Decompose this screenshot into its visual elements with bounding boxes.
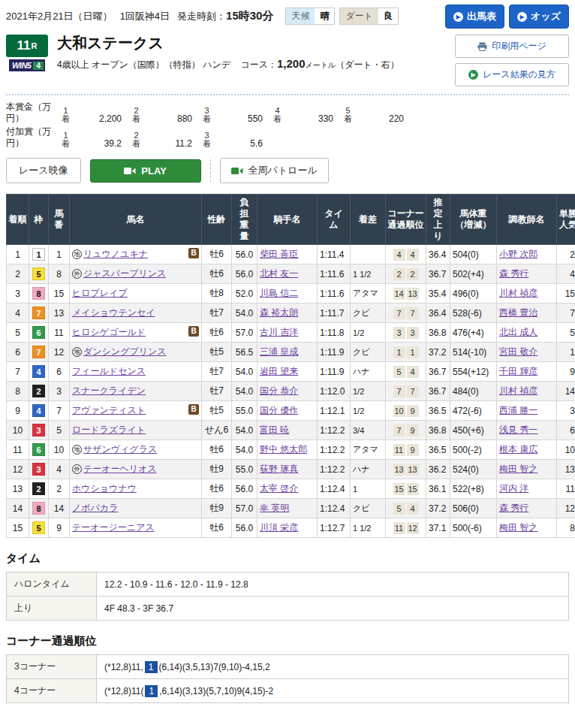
jockey-cell: 野中 悠太郎 <box>257 440 318 460</box>
finish-position: 11 <box>7 440 29 460</box>
trainer-name-link[interactable]: 河内 洋 <box>499 483 528 494</box>
sex-age: 牡7 <box>202 362 232 382</box>
horse-name-link[interactable]: ノボバカラ <box>72 503 118 513</box>
trainer-name-link[interactable]: 川村 禎彦 <box>499 288 537 298</box>
horse-weight: 496(0) <box>450 284 497 304</box>
finish-time: 1:11.9 <box>318 362 351 382</box>
result-guide-button[interactable]: ▶ レース結果の見方 <box>455 63 569 86</box>
last-3f-time: 36.7 <box>426 264 450 284</box>
jockey-name-link[interactable]: 野中 悠太郎 <box>260 444 307 455</box>
jockey-name-link[interactable]: 岩田 望来 <box>260 366 298 376</box>
finish-time: 1:11.6 <box>318 284 351 304</box>
jockey-cell: 荻野 琢真 <box>257 460 318 479</box>
origin-mark-icon: 地 <box>72 445 82 455</box>
finish-position: 5 <box>7 323 29 343</box>
weather-badge: 天候 晴 <box>285 8 335 25</box>
horse-name-link[interactable]: テーオーヘリオス <box>83 464 157 474</box>
prize-amount: 550 <box>211 113 273 124</box>
horse-name-link[interactable]: ヒロブレイブ <box>72 288 128 298</box>
finish-time: 1:12.2 <box>318 440 351 460</box>
trainer-name-link[interactable]: 梅田 智之 <box>499 522 537 533</box>
jockey-cell: 三浦 皇成 <box>257 343 318 362</box>
trainer-cell: 浅見 秀一 <box>497 421 557 440</box>
win-popularity: 3 <box>557 401 575 421</box>
prize-item: 3着550 <box>203 107 273 124</box>
jockey-name-link[interactable]: 幸 英明 <box>260 503 289 513</box>
horse-name-link[interactable]: フィールドセンス <box>72 366 146 376</box>
horse-name-link[interactable]: サザンヴィグラス <box>83 444 157 455</box>
trainer-name-link[interactable]: 小野 次郎 <box>499 249 537 259</box>
trainer-name-link[interactable]: 浅見 秀一 <box>499 424 537 435</box>
jockey-name-link[interactable]: 川島 信二 <box>260 288 298 298</box>
horse-weight: 522(+8) <box>450 479 497 499</box>
track-condition-badge: ダート 良 <box>339 8 399 25</box>
origin-mark-icon: 外 <box>72 269 82 279</box>
payout-heading-wrap: 払戻金 <box>6 717 569 728</box>
jockey-name-link[interactable]: 富田 暁 <box>260 424 289 435</box>
entries-button[interactable]: ▶ 出馬表 <box>445 5 504 29</box>
jockey-name-link[interactable]: 三浦 皇成 <box>260 346 298 357</box>
horse-name-link[interactable]: ダンシングプリンス <box>83 346 167 357</box>
jockey-name-link[interactable]: 北村 友一 <box>260 268 298 279</box>
print-page-button[interactable]: 印刷用ページ <box>455 35 569 58</box>
horse-name-link[interactable]: ジャスパープリンス <box>83 268 166 279</box>
corner-position: 4 <box>393 249 405 261</box>
horse-weight: 500(-2) <box>450 440 497 460</box>
play-button[interactable]: PLAY <box>90 159 201 183</box>
result-row: 1234外テーオーヘリオス牡955.0荻野 琢真1:12.2ハナ131336.2… <box>7 460 575 479</box>
course-distance: 1,200 <box>277 57 306 70</box>
trainer-name-link[interactable]: 森 秀行 <box>499 503 528 513</box>
win-popularity: 7 <box>557 304 575 323</box>
results-header-cell: 着順 <box>7 195 29 245</box>
horse-name-link[interactable]: ヒロシゲゴールド <box>72 327 146 337</box>
trainer-name-link[interactable]: 川村 禎彦 <box>499 385 537 396</box>
horse-name-link[interactable]: ホウショウナウ <box>72 483 137 494</box>
prize-row: 本賞金（万円）1着2,2002着8803着5504着3305着220 <box>6 101 569 124</box>
jockey-name-link[interactable]: 国分 恭介 <box>260 385 298 396</box>
results-header-cell: 馬体重 （増減） <box>450 195 497 245</box>
odds-button[interactable]: ▶ オッズ <box>509 5 569 29</box>
horse-weight: 476(+4) <box>450 323 497 343</box>
prize-item: 2着11.2 <box>132 131 203 149</box>
prize-rank-suffix: 着 <box>273 115 281 124</box>
trainer-name-link[interactable]: 北出 成人 <box>499 327 537 337</box>
race-number-block: 11R WIN5 4 <box>6 35 48 86</box>
horse-name-link[interactable]: ロードラズライト <box>72 424 146 435</box>
trainer-name-link[interactable]: 森 秀行 <box>499 268 528 279</box>
jockey-name-link[interactable]: 川須 栄彦 <box>260 522 298 533</box>
time-section-title: タイム <box>6 551 569 566</box>
jockey-name-link[interactable]: 古川 吉洋 <box>260 327 298 337</box>
horse-number: 10 <box>49 440 70 460</box>
prize-row-label: 本賞金（万円） <box>6 101 62 124</box>
jockey-name-link[interactable]: 荻野 琢真 <box>260 464 298 474</box>
trainer-cell: 千田 輝彦 <box>497 362 557 382</box>
horse-name-link[interactable]: リュウノユキナ <box>83 249 148 259</box>
trainer-name-link[interactable]: 西浦 勝一 <box>499 405 537 415</box>
jockey-cell: 北村 友一 <box>257 264 318 284</box>
horse-number: 6 <box>49 362 70 382</box>
trainer-name-link[interactable]: 梅田 智之 <box>499 464 537 474</box>
win-popularity: 11 <box>557 479 575 499</box>
results-header-cell: 負 担 重 量 <box>232 195 257 245</box>
jockey-name-link[interactable]: 柴田 善臣 <box>260 249 298 259</box>
trainer-name-link[interactable]: 千田 輝彦 <box>499 366 537 376</box>
jockey-name-link[interactable]: 国分 優作 <box>260 405 298 415</box>
win-popularity: 1 <box>557 343 575 362</box>
horse-name-link[interactable]: アヴァンティスト <box>72 405 146 415</box>
corner-position: 13 <box>407 464 419 476</box>
patrol-video-button[interactable]: 全周パトロール <box>220 158 329 183</box>
jockey-name-link[interactable]: 森 裕太朗 <box>260 307 298 318</box>
result-row: 5611ヒロシゲゴールドB牡657.0古川 吉洋1:11.81/23336.84… <box>7 323 575 343</box>
result-row: 3815ヒロブレイブ牡852.0川島 信二1:11.6アタマ141335.449… <box>7 284 575 304</box>
trainer-name-link[interactable]: 宮田 敬介 <box>499 346 537 357</box>
margin: 3/4 <box>351 421 386 440</box>
horse-name-link[interactable]: メイショウテンセイ <box>72 307 155 318</box>
horse-name-link[interactable]: スナークライデン <box>72 385 146 396</box>
trainer-name-link[interactable]: 根本 康広 <box>499 444 537 455</box>
horse-name-link[interactable]: テーオージーニアス <box>72 522 155 533</box>
frame-cell: 2 <box>29 479 49 499</box>
margin: クビ <box>351 304 386 323</box>
race-video-button[interactable]: レース映像 <box>6 158 81 183</box>
jockey-name-link[interactable]: 太宰 啓介 <box>260 483 298 494</box>
trainer-name-link[interactable]: 西橋 豊治 <box>499 307 537 318</box>
